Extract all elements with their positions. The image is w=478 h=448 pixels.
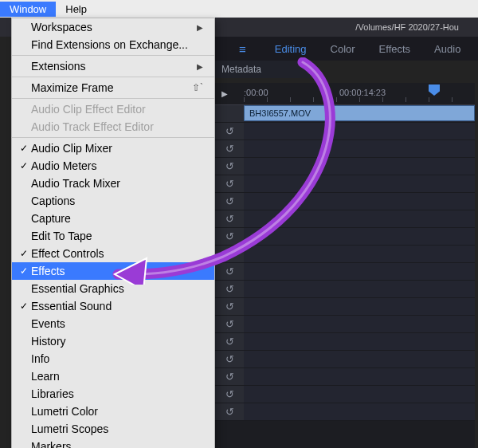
track-lane[interactable] — [244, 123, 475, 140]
video-clip[interactable]: BH3I6557.MOV — [244, 105, 475, 121]
menu-item-label: Audio Track Mixer — [31, 177, 203, 190]
undo-icon[interactable]: ↺ — [215, 403, 244, 421]
track-lane[interactable] — [244, 298, 475, 316]
menu-item-history[interactable]: History — [12, 332, 214, 350]
tab-editing[interactable]: Editing — [275, 43, 307, 55]
separator — [12, 55, 214, 56]
menu-item-capture[interactable]: Capture — [12, 210, 214, 227]
separator — [12, 98, 214, 99]
menu-item-lumetri-scopes[interactable]: Lumetri Scopes — [12, 420, 214, 438]
menu-item-captions[interactable]: Captions — [12, 192, 214, 210]
menu-item-effects[interactable]: ✓Effects — [12, 262, 214, 280]
menu-item-label: Learn — [31, 370, 203, 383]
menu-item-essential-sound[interactable]: ✓Essential Sound — [12, 297, 214, 315]
tab-effects[interactable]: Effects — [379, 43, 411, 55]
track-lane[interactable] — [244, 246, 475, 263]
track-row: ↺ — [215, 140, 475, 158]
menu-audio-track-effect-editor: Audio Track Effect Editor — [12, 118, 214, 136]
menu-item-audio-meters[interactable]: ✓Audio Meters — [12, 157, 214, 175]
undo-icon[interactable]: ↺ — [215, 210, 244, 228]
track-lane[interactable] — [244, 263, 475, 281]
time-ruler[interactable]: ▶ :00:00 00:00:14:23 — [215, 83, 475, 105]
track-lane[interactable] — [244, 175, 475, 193]
tab-color[interactable]: Color — [331, 43, 355, 55]
menu-item-essential-graphics[interactable]: Essential Graphics — [12, 280, 214, 297]
hamburger-icon[interactable]: ≡ — [239, 42, 246, 56]
track-lane[interactable]: BH3I6557.MOV — [244, 105, 475, 123]
menu-item-info[interactable]: Info — [12, 350, 214, 367]
checkmark-icon: ✓ — [17, 143, 31, 154]
undo-icon[interactable]: ↺ — [215, 368, 244, 386]
menu-item-effect-controls[interactable]: ✓Effect Controls — [12, 245, 214, 262]
menu-item-libraries[interactable]: Libraries — [12, 385, 214, 403]
track-row: ↺ — [215, 403, 475, 421]
track-lane[interactable] — [244, 228, 475, 246]
menu-item-events[interactable]: Events — [12, 315, 214, 332]
track-lane[interactable] — [244, 386, 475, 403]
menu-item-audio-track-mixer[interactable]: Audio Track Mixer — [12, 175, 214, 192]
menu-extensions[interactable]: Extensions▶ — [12, 57, 214, 75]
track-row: ↺ — [215, 246, 475, 263]
track-lane[interactable] — [244, 210, 475, 228]
menu-item-label: Captions — [31, 195, 203, 207]
undo-icon[interactable]: ↺ — [215, 351, 244, 368]
menu-find-extensions[interactable]: Find Extensions on Exchange... — [12, 36, 214, 53]
ruler-tick-0: :00:00 — [244, 88, 268, 97]
ruler-tickmarks — [244, 97, 475, 104]
track-row: ↺ — [215, 386, 475, 403]
track-row: ↺ — [215, 123, 475, 140]
track-lane[interactable] — [244, 368, 475, 386]
undo-icon[interactable]: ↺ — [215, 193, 244, 210]
track-lane[interactable] — [244, 158, 475, 175]
tab-audio[interactable]: Audio — [434, 43, 460, 55]
track-lane[interactable] — [244, 281, 475, 298]
undo-icon[interactable]: ↺ — [215, 123, 244, 140]
window-dropdown: Workspaces▶ Find Extensions on Exchange.… — [11, 18, 215, 448]
track-toggle[interactable] — [215, 105, 244, 123]
undo-icon[interactable]: ↺ — [215, 158, 244, 175]
undo-icon[interactable]: ↺ — [215, 246, 244, 263]
menu-item-label: Lumetri Scopes — [31, 422, 203, 435]
menu-window[interactable]: Window — [0, 2, 56, 17]
track-row: ↺ — [215, 333, 475, 351]
menu-item-lumetri-color[interactable]: Lumetri Color — [12, 403, 214, 420]
checkmark-icon: ✓ — [17, 160, 31, 171]
track-row: ↺ — [215, 210, 475, 228]
undo-icon[interactable]: ↺ — [215, 333, 244, 351]
undo-icon[interactable]: ↺ — [215, 386, 244, 403]
timeline-panel: ▶ :00:00 00:00:14:23 BH3I6557.MOV ↺↺↺↺↺↺… — [215, 83, 475, 448]
undo-icon[interactable]: ↺ — [215, 281, 244, 298]
workspace-tabbar: ≡ Editing Color Effects Audio — [215, 37, 478, 61]
menu-item-label: Markers — [31, 440, 203, 448]
menu-item-label: Essential Graphics — [31, 282, 203, 295]
menu-item-edit-to-tape[interactable]: Edit To Tape — [12, 227, 214, 245]
menu-item-audio-clip-mixer[interactable]: ✓Audio Clip Mixer — [12, 140, 214, 157]
menu-item-label: Audio Meters — [31, 159, 203, 172]
menu-item-label: Info — [31, 352, 203, 365]
track-lane[interactable] — [244, 351, 475, 368]
menu-item-label: Audio Clip Mixer — [31, 142, 203, 155]
track-lane[interactable] — [244, 333, 475, 351]
undo-icon[interactable]: ↺ — [215, 140, 244, 158]
menu-workspaces[interactable]: Workspaces▶ — [12, 18, 214, 36]
undo-icon[interactable]: ↺ — [215, 175, 244, 193]
panel-tab-metadata[interactable]: Metadata — [215, 61, 311, 78]
shortcut-label: ⇧` — [192, 82, 203, 93]
track-lane[interactable] — [244, 193, 475, 210]
track-row: ↺ — [215, 263, 475, 281]
menu-item-learn[interactable]: Learn — [12, 367, 214, 385]
menu-item-markers[interactable]: Markers — [12, 438, 214, 448]
separator — [12, 137, 214, 138]
menu-maximize-frame[interactable]: Maximize Frame⇧` — [12, 79, 214, 96]
undo-icon[interactable]: ↺ — [215, 228, 244, 246]
menu-help[interactable]: Help — [56, 2, 96, 17]
undo-icon[interactable]: ↺ — [215, 316, 244, 333]
playhead[interactable] — [429, 84, 440, 96]
undo-icon[interactable]: ↺ — [215, 263, 244, 281]
menu-audio-clip-effect-editor: Audio Clip Effect Editor — [12, 100, 214, 118]
track-lane[interactable] — [244, 403, 475, 421]
track-lane[interactable] — [244, 316, 475, 333]
track-lane[interactable] — [244, 140, 475, 158]
menu-item-label: Essential Sound — [31, 300, 203, 312]
undo-icon[interactable]: ↺ — [215, 298, 244, 316]
